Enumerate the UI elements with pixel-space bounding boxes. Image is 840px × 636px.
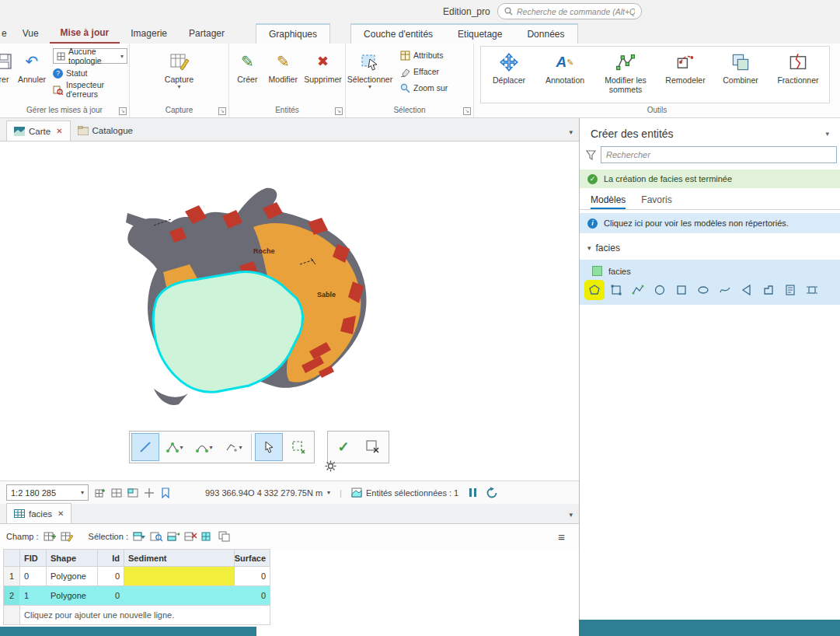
- polygon-tool-active[interactable]: [586, 281, 603, 299]
- error-inspector-button[interactable]: Inspecteur d'erreurs: [53, 82, 127, 96]
- ribbon-tab-etiquetage[interactable]: Etiquetage: [445, 25, 514, 44]
- cell-surface[interactable]: 0: [235, 567, 270, 586]
- row-handle[interactable]: 1: [3, 567, 20, 586]
- annotation-tool-button[interactable]: A ✎ Annotation: [539, 47, 591, 103]
- tab-carte[interactable]: Carte ✕: [6, 121, 71, 141]
- save-button[interactable]: rer: [0, 47, 14, 103]
- dialog-launcher-icon[interactable]: ↘: [335, 107, 343, 115]
- scale-dropdown[interactable]: 1:2 180 285 ▾: [6, 484, 89, 501]
- ribbon-tab-partial[interactable]: e: [0, 23, 12, 44]
- dialog-launcher-icon[interactable]: ↘: [463, 107, 471, 115]
- crosshair-icon[interactable]: [144, 487, 155, 498]
- delete-selection-icon[interactable]: [201, 531, 214, 542]
- layer-section-header[interactable]: ▾ facies: [580, 233, 840, 260]
- tab-modeles[interactable]: Modèles: [591, 194, 626, 209]
- move-tool-button[interactable]: Déplacer: [484, 47, 534, 103]
- add-grid-icon[interactable]: [95, 487, 106, 498]
- cell-id[interactable]: 0: [98, 586, 124, 606]
- ribbon-tab-imagerie[interactable]: Imagerie: [120, 23, 178, 44]
- cell-shape[interactable]: Polygone: [47, 586, 98, 606]
- chevron-down-icon[interactable]: ▾: [209, 444, 212, 451]
- zoom-to-selection-icon[interactable]: [150, 531, 162, 542]
- map-view[interactable]: Roche Sable ▾ ▾ ▾: [0, 142, 579, 480]
- line-tool[interactable]: [629, 281, 647, 299]
- topology-dropdown[interactable]: Aucune topologie ▾: [53, 48, 127, 64]
- select-by-attributes-icon[interactable]: [133, 531, 145, 542]
- trace-segment-tool[interactable]: ▾: [220, 433, 248, 461]
- move-feature-tool[interactable]: [284, 433, 312, 461]
- edit-vertices-button[interactable]: Modifier les sommets: [596, 47, 655, 103]
- row-handle[interactable]: 2: [3, 586, 20, 606]
- ribbon-tab-graphiques[interactable]: Graphiques: [256, 25, 329, 44]
- cell-fid[interactable]: 1: [20, 586, 47, 606]
- switch-selection-icon[interactable]: [167, 531, 180, 542]
- add-row[interactable]: Cliquez pour ajouter une nouvelle ligne.: [3, 606, 270, 625]
- strip-chevron-icon[interactable]: ▾: [569, 511, 579, 523]
- ellipse-tool[interactable]: [695, 281, 712, 299]
- column-header-surface[interactable]: Surface: [235, 549, 270, 567]
- attributes-button[interactable]: Attributs: [400, 48, 448, 62]
- table-row[interactable]: 1 0 Polygone 0 0: [3, 567, 270, 586]
- reshape-button[interactable]: Remodeler: [660, 47, 711, 103]
- cell-id[interactable]: 0: [98, 567, 124, 586]
- clear-selection-button[interactable]: Effacer: [400, 65, 448, 79]
- cell-shape[interactable]: Polygone: [47, 567, 98, 586]
- tab-catalogue[interactable]: Catalogue: [71, 121, 140, 141]
- add-field-icon[interactable]: [44, 531, 56, 542]
- freehand-tool[interactable]: [716, 281, 734, 299]
- selection-grid-icon[interactable]: [127, 487, 138, 498]
- clear-selection-icon[interactable]: [184, 531, 197, 542]
- column-header-sediment[interactable]: Sediment: [124, 549, 235, 567]
- ribbon-tab-vue[interactable]: Vue: [12, 23, 50, 44]
- refresh-icon[interactable]: [486, 487, 498, 499]
- trace-rectangle-tool[interactable]: [803, 281, 821, 299]
- column-header-id[interactable]: Id: [98, 549, 124, 567]
- finish-sketch-button[interactable]: ✓: [329, 433, 357, 461]
- tab-favoris[interactable]: Favoris: [641, 194, 671, 209]
- cell-sediment[interactable]: [124, 586, 235, 606]
- pause-drawing-button[interactable]: [469, 488, 476, 497]
- table-row-selected[interactable]: 2 1 Polygone 0 0: [3, 586, 270, 606]
- column-header-shape[interactable]: Shape: [47, 549, 98, 567]
- rectangle-tool[interactable]: [673, 281, 690, 299]
- ribbon-tab-mise-a-jour[interactable]: Mise à jour: [50, 23, 120, 44]
- ribbon-tab-couche-entites[interactable]: Couche d'entités: [351, 25, 445, 44]
- calculate-field-icon[interactable]: [61, 531, 73, 542]
- tab-facies-table[interactable]: facies ✕: [6, 503, 71, 523]
- template-search-input[interactable]: [601, 146, 837, 163]
- combine-button[interactable]: Combiner: [716, 47, 765, 103]
- copy-selection-icon[interactable]: [218, 531, 231, 542]
- chevron-down-icon[interactable]: ▾: [180, 444, 183, 451]
- right-angle-polygon-tool[interactable]: [760, 281, 777, 299]
- pane-chevron-icon[interactable]: ▾: [825, 130, 829, 138]
- close-icon[interactable]: ✕: [56, 127, 62, 135]
- ribbon-tab-partager[interactable]: Partager: [178, 23, 235, 44]
- split-button[interactable]: Fractionner: [770, 47, 826, 103]
- undo-button[interactable]: ↶ Annuler: [14, 47, 50, 103]
- command-search[interactable]: [497, 3, 642, 19]
- coordinates-display[interactable]: 993 366.94O 4 332 279.75N m ▾: [205, 488, 330, 498]
- angle-segment-tool[interactable]: ▾: [161, 433, 189, 461]
- feature-template-card[interactable]: facies: [580, 260, 840, 305]
- arc-segment-tool[interactable]: ▾: [190, 433, 218, 461]
- zoom-to-button[interactable]: Zoom sur: [400, 81, 448, 95]
- delete-button[interactable]: ✖ Supprimer: [301, 47, 344, 103]
- column-header-fid[interactable]: FID: [20, 549, 47, 567]
- flash-icon[interactable]: [160, 487, 171, 498]
- grid-icon[interactable]: [111, 487, 122, 498]
- circle-tool[interactable]: [651, 281, 668, 299]
- cell-fid[interactable]: 0: [20, 567, 47, 586]
- table-menu-icon[interactable]: ≡: [558, 530, 565, 543]
- annotation-template-tool[interactable]: [782, 281, 799, 299]
- cell-surface[interactable]: 0: [235, 586, 270, 606]
- chevron-down-icon[interactable]: ▾: [239, 444, 242, 451]
- close-icon[interactable]: ✕: [58, 509, 64, 518]
- line-segment-tool[interactable]: [131, 433, 159, 461]
- command-search-input[interactable]: [517, 7, 635, 16]
- create-button[interactable]: ✎ Créer: [229, 47, 265, 103]
- left-arc-tool[interactable]: [738, 281, 755, 299]
- capture-button[interactable]: Capture ▾: [162, 47, 197, 103]
- filter-icon[interactable]: [586, 150, 596, 160]
- cancel-sketch-button[interactable]: [359, 433, 387, 461]
- selected-features-indicator[interactable]: Entités sélectionnées : 1: [351, 487, 458, 498]
